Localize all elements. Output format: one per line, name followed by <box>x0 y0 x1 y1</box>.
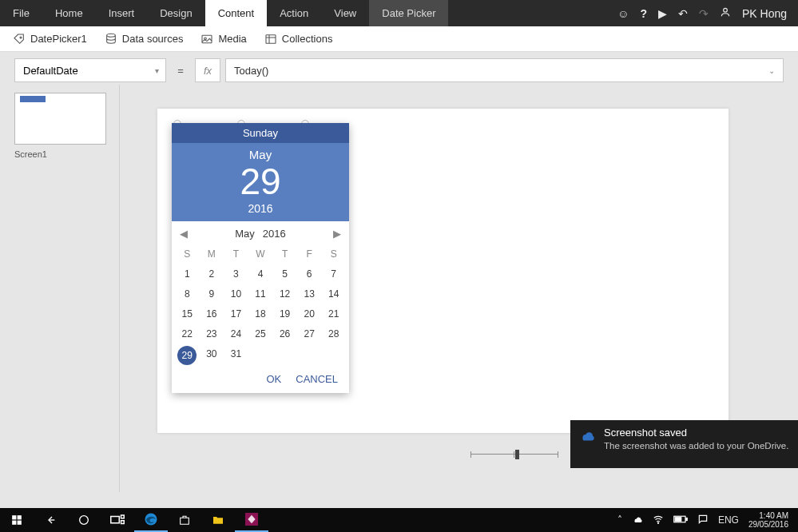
dp-day-cell[interactable]: 10 <box>224 284 248 304</box>
dp-header-month[interactable]: May <box>172 148 349 161</box>
dp-weekday-header: F <box>297 244 322 264</box>
dp-day-cell[interactable]: 26 <box>272 324 297 344</box>
ribbon-control-name: DatePicker1 <box>30 33 87 45</box>
dp-day-cell[interactable]: 5 <box>272 264 297 284</box>
dp-day-empty <box>272 344 297 367</box>
start-button[interactable] <box>0 508 34 532</box>
dp-day-cell[interactable]: 19 <box>272 304 297 324</box>
dp-day-cell[interactable]: 4 <box>248 264 273 284</box>
zoom-slider[interactable] <box>470 449 558 460</box>
chevron-down-icon: ▾ <box>155 66 159 75</box>
task-view-button[interactable] <box>101 508 134 532</box>
svg-rect-19 <box>675 517 681 521</box>
user-icon[interactable] <box>720 6 731 20</box>
chevron-down-icon[interactable]: ⌄ <box>768 66 775 75</box>
thumb-menu-icon[interactable]: ••• <box>0 88 1 97</box>
svg-rect-6 <box>12 515 16 519</box>
dp-header-day[interactable]: 29 <box>172 161 349 202</box>
dp-day-cell[interactable]: 21 <box>321 304 346 324</box>
dp-day-cell[interactable]: 13 <box>297 284 322 304</box>
onedrive-icon <box>578 427 596 444</box>
user-name[interactable]: PK Hong <box>742 7 787 20</box>
dp-day-cell[interactable]: 17 <box>224 304 248 324</box>
tray-onedrive-icon[interactable] <box>632 514 643 527</box>
tab-view[interactable]: View <box>321 0 369 26</box>
dp-day-cell[interactable]: 14 <box>321 284 346 304</box>
tab-content[interactable]: Content <box>205 0 268 26</box>
dp-day-cell[interactable]: 25 <box>248 324 273 344</box>
help-icon[interactable]: ? <box>640 7 647 20</box>
dp-day-cell[interactable]: 20 <box>297 304 322 324</box>
ribbon-media[interactable]: Media <box>200 33 246 46</box>
dp-cancel-button[interactable]: CANCEL <box>296 373 338 385</box>
screen-thumbnail[interactable] <box>14 93 106 145</box>
dp-day-cell[interactable]: 24 <box>224 324 248 344</box>
tab-home[interactable]: Home <box>42 0 96 26</box>
dp-nav-month[interactable]: May <box>235 228 255 240</box>
dp-day-cell[interactable]: 7 <box>321 264 346 284</box>
dp-weekday-header: M <box>200 244 224 264</box>
screen-thumbnails-panel: ••• Screen1 <box>0 85 120 492</box>
tab-action[interactable]: Action <box>267 0 321 26</box>
onedrive-toast[interactable]: Screenshot saved The screenshot was adde… <box>570 420 798 468</box>
dp-day-cell[interactable]: 30 <box>200 344 224 367</box>
dp-day-cell[interactable]: 11 <box>248 284 273 304</box>
dp-day-cell[interactable]: 29 <box>177 346 197 365</box>
ribbon-control-label[interactable]: DatePicker1 <box>13 33 87 46</box>
thumb-preview-element <box>20 96 46 102</box>
play-icon[interactable]: ▶ <box>658 7 667 20</box>
dp-day-cell[interactable]: 23 <box>200 324 224 344</box>
dp-day-cell[interactable]: 3 <box>224 264 248 284</box>
design-canvas[interactable]: Sunday May 29 2016 ◀ May 2016 ▶ SMTWTFS1… <box>157 109 729 433</box>
redo-icon[interactable]: ↷ <box>699 7 709 20</box>
tab-insert[interactable]: Insert <box>96 0 148 26</box>
ribbon-collections[interactable]: Collections <box>264 33 333 46</box>
dp-day-cell[interactable]: 16 <box>200 304 224 324</box>
dp-day-cell[interactable]: 15 <box>175 304 200 324</box>
tray-chevron-icon[interactable]: ˄ <box>617 514 622 526</box>
tray-language[interactable]: ENG <box>718 514 739 526</box>
dp-day-cell[interactable]: 22 <box>175 324 200 344</box>
dp-day-cell[interactable]: 28 <box>321 324 346 344</box>
dp-day-cell[interactable]: 31 <box>224 344 248 367</box>
menu-tab-bar: File Home Insert Design Content Action V… <box>0 0 798 26</box>
fx-button[interactable]: fx <box>195 58 220 82</box>
tray-clock[interactable]: 1:40 AM 29/05/2016 <box>748 511 793 530</box>
feedback-icon[interactable]: ☺ <box>617 7 629 20</box>
dp-header-main: May 29 2016 <box>172 143 349 221</box>
zoom-thumb[interactable] <box>515 450 519 459</box>
taskbar-app-powerapps[interactable] <box>235 508 268 532</box>
ribbon-data-sources[interactable]: Data sources <box>105 33 184 46</box>
tray-notifications-icon[interactable] <box>697 514 709 527</box>
undo-icon[interactable]: ↶ <box>678 7 688 20</box>
dp-nav-year[interactable]: 2016 <box>263 228 286 240</box>
dp-day-cell[interactable]: 18 <box>248 304 273 324</box>
tab-design[interactable]: Design <box>147 0 204 26</box>
dp-day-cell[interactable]: 2 <box>200 264 224 284</box>
dp-day-cell[interactable]: 9 <box>200 284 224 304</box>
dp-prev-month[interactable]: ◀ <box>180 228 188 240</box>
dp-next-month[interactable]: ▶ <box>333 228 341 240</box>
formula-input[interactable]: Today() ⌄ <box>225 58 784 82</box>
taskbar-app-store[interactable] <box>168 508 201 532</box>
tab-file[interactable]: File <box>0 0 42 26</box>
dp-header-year[interactable]: 2016 <box>172 202 349 215</box>
dp-day-cell[interactable]: 27 <box>297 324 322 344</box>
cortana-button[interactable] <box>67 508 101 532</box>
tray-wifi-icon[interactable] <box>653 514 664 527</box>
dp-day-cell[interactable]: 12 <box>272 284 297 304</box>
dp-day-cell[interactable]: 1 <box>175 264 200 284</box>
taskbar-app-explorer[interactable] <box>201 508 235 532</box>
property-selector[interactable]: DefaultDate ▾ <box>14 58 166 82</box>
store-icon <box>178 514 191 526</box>
task-back-button[interactable] <box>34 508 67 532</box>
windows-icon <box>11 514 22 526</box>
dp-weekday-header: T <box>272 244 297 264</box>
tray-battery-icon[interactable] <box>673 514 688 526</box>
svg-point-10 <box>80 516 89 525</box>
dp-day-cell[interactable]: 6 <box>297 264 322 284</box>
taskbar-app-edge[interactable] <box>134 508 168 532</box>
dp-ok-button[interactable]: OK <box>266 373 281 385</box>
tab-datepicker-context[interactable]: Date Picker <box>369 0 448 26</box>
dp-day-cell[interactable]: 8 <box>175 284 200 304</box>
